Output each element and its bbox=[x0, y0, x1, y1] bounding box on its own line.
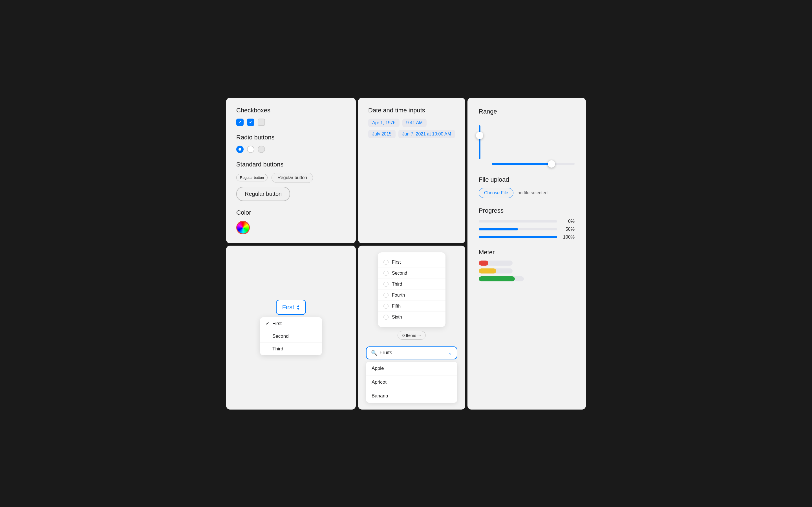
dd-second[interactable]: Second bbox=[260, 330, 322, 343]
date-4[interactable]: Jun 7, 2021 at 10:00 AM bbox=[398, 130, 455, 138]
meter-red bbox=[479, 261, 488, 266]
rli-fourth-label: Fourth bbox=[392, 293, 405, 298]
no-file-text-main: no file selected bbox=[517, 190, 548, 195]
dd-third-label: Third bbox=[272, 346, 283, 352]
prog-label-2: 100% bbox=[560, 235, 574, 240]
date-3[interactable]: July 2015 bbox=[368, 130, 396, 138]
radio-title-main: Radio buttons bbox=[236, 134, 346, 141]
dropdown-main: First Second Third bbox=[260, 317, 322, 355]
select-panel-main: First ▲▼ First Second Third bbox=[226, 245, 356, 409]
meter-green bbox=[479, 276, 515, 281]
select-chevron-icon: ▲▼ bbox=[296, 304, 300, 311]
color-title-main: Color bbox=[236, 209, 346, 216]
std-btn-title-main: Standard buttons bbox=[236, 161, 346, 168]
h-thumb[interactable] bbox=[548, 160, 555, 168]
dd-third[interactable]: Third bbox=[260, 343, 322, 355]
rd-sixth bbox=[384, 315, 389, 320]
rb-1[interactable] bbox=[236, 146, 244, 153]
cb-3[interactable] bbox=[258, 119, 265, 126]
search-wrapper: 🔍 ⌄ Apple Apricot Banana bbox=[366, 346, 457, 403]
result-apple[interactable]: Apple bbox=[366, 362, 457, 376]
prog-1 bbox=[479, 228, 518, 230]
rd-second bbox=[384, 271, 389, 276]
rb-3[interactable] bbox=[258, 146, 265, 153]
cb-1[interactable] bbox=[236, 119, 244, 126]
date-1[interactable]: Apr 1, 1976 bbox=[368, 119, 400, 127]
date-2[interactable]: 9:41 AM bbox=[402, 119, 427, 127]
rli-third-label: Third bbox=[392, 282, 402, 287]
rli-fifth-label: Fifth bbox=[392, 304, 401, 309]
result-banana[interactable]: Banana bbox=[366, 389, 457, 403]
meter-title-main: Meter bbox=[479, 249, 574, 256]
cb-2[interactable] bbox=[247, 119, 254, 126]
range-title-main: Range bbox=[479, 108, 574, 115]
radio-list-card-main: First Second Third Fourth bbox=[378, 252, 446, 327]
h-range[interactable] bbox=[492, 163, 574, 165]
rli-first[interactable]: First bbox=[378, 257, 446, 268]
search-box-main: 🔍 ⌄ bbox=[366, 346, 457, 359]
prog-2 bbox=[479, 236, 557, 238]
dd-first[interactable]: First bbox=[260, 317, 322, 330]
search-results-main: Apple Apricot Banana bbox=[366, 362, 457, 403]
result-apricot[interactable]: Apricot bbox=[366, 376, 457, 389]
date-panel-main: Date and time inputs Apr 1, 1976 9:41 AM… bbox=[358, 98, 465, 243]
v-thumb[interactable] bbox=[476, 132, 483, 139]
date-title-main: Date and time inputs bbox=[368, 107, 455, 114]
rb-2[interactable] bbox=[247, 146, 254, 153]
v-range[interactable] bbox=[479, 120, 480, 165]
select-btn-main[interactable]: First ▲▼ bbox=[276, 300, 306, 315]
prog-label-1: 50% bbox=[560, 227, 574, 232]
h-track bbox=[492, 163, 574, 165]
h-fill bbox=[492, 163, 552, 165]
rd-fourth bbox=[384, 293, 389, 298]
bottom-center-panel: First Second Third Fourth bbox=[358, 245, 465, 409]
choose-file-btn-main[interactable]: Choose File bbox=[479, 188, 513, 198]
rli-fourth[interactable]: Fourth bbox=[378, 290, 446, 301]
radio-list-wrapper-main: First Second Third Fourth bbox=[366, 252, 457, 340]
rli-sixth-label: Sixth bbox=[392, 315, 402, 320]
dd-second-label: Second bbox=[272, 334, 289, 339]
rd-third bbox=[384, 282, 389, 287]
rli-first-label: First bbox=[392, 260, 401, 265]
btn-m[interactable]: Regular button bbox=[271, 173, 313, 183]
rli-second[interactable]: Second bbox=[378, 268, 446, 279]
search-input-main[interactable] bbox=[379, 350, 446, 356]
color-picker-main[interactable] bbox=[236, 221, 250, 234]
select-val-main: First bbox=[282, 304, 294, 311]
file-title-main: File upload bbox=[479, 176, 574, 183]
search-chevron-icon[interactable]: ⌄ bbox=[448, 350, 452, 356]
progress-title-main: Progress bbox=[479, 207, 574, 214]
prog-label-0: 0% bbox=[560, 219, 574, 224]
checkboxes-title-main: Checkboxes bbox=[236, 107, 346, 114]
rli-second-label: Second bbox=[392, 271, 407, 276]
meter-yellow bbox=[479, 269, 496, 274]
checkboxes-panel-main: Checkboxes Radio buttons Standard button… bbox=[226, 98, 356, 243]
items-badge-btn[interactable]: 0 Items ··· bbox=[398, 331, 426, 340]
right-panel-main: Range File upload Choose File bbox=[467, 98, 586, 409]
rd-first bbox=[384, 260, 389, 265]
btn-l[interactable]: Regular button bbox=[236, 187, 290, 201]
rli-third[interactable]: Third bbox=[378, 279, 446, 290]
rli-sixth[interactable]: Sixth bbox=[378, 312, 446, 323]
btn-s[interactable]: Regular button bbox=[236, 174, 267, 181]
v-track bbox=[479, 125, 480, 159]
rli-fifth[interactable]: Fifth bbox=[378, 301, 446, 312]
rd-fifth bbox=[384, 304, 389, 309]
dd-first-label: First bbox=[272, 321, 282, 327]
search-icon-main: 🔍 bbox=[371, 350, 377, 356]
